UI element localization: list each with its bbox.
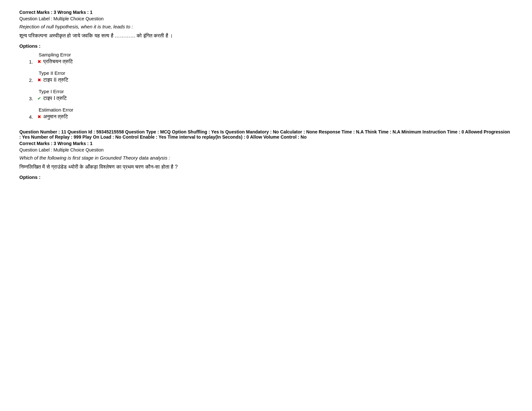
option-2-group: Type II Error 2. ✖ टाइप II त्रुटि [19, 70, 513, 83]
q10-options-label: Options : [19, 43, 513, 49]
option-4-icon-cross: ✖ [37, 114, 41, 119]
option-3-group: Type I Error 3. ✔ टाइप I त्रुटि [19, 89, 513, 101]
q11-options-label: Options : [19, 174, 513, 180]
option-4-group: Estimation Error 4. ✖ अनुमान त्रुटि [19, 107, 513, 120]
q11-text-en: Which of the following is first stage in… [19, 155, 513, 161]
option-3-icon-check: ✔ [37, 96, 41, 101]
option-2-num: 2. [29, 77, 35, 83]
question-11-block: Question Number : 11 Question Id : 59345… [19, 129, 513, 180]
q11-correct-wrong: Correct Marks : 3 Wrong Marks : 1 [19, 141, 513, 146]
q10-meta: Correct Marks : 3 Wrong Marks : 1 [19, 10, 513, 15]
option-3-text-hi: टाइप I त्रुटि [43, 95, 67, 101]
option-3-num: 3. [29, 96, 35, 101]
q11-meta: Question Number : 11 Question Id : 59345… [19, 129, 513, 140]
option-1-icon-cross: ✖ [37, 59, 41, 64]
option-2-text-hi: टाइप II त्रुटि [43, 77, 68, 83]
q10-label: Question Label : Multiple Choice Questio… [19, 16, 513, 21]
option-3-row: 3. ✔ टाइप I त्रुटि [29, 95, 513, 101]
option-1-num: 1. [29, 59, 35, 64]
option-1-text-hi: प्रतिचयन त्रुटि [43, 59, 73, 64]
option-4-num: 4. [29, 114, 35, 120]
option-2-row: 2. ✖ टाइप II त्रुटि [29, 77, 513, 83]
option-2-icon-cross: ✖ [37, 77, 41, 83]
option-1-row: 1. ✖ प्रतिचयन त्रुटि [29, 59, 513, 64]
option-2-en: Type II Error [39, 70, 513, 76]
q11-text-hi: निम्नलिखित में से ग्राउंडेड थ्योरी के आँ… [19, 162, 513, 171]
option-4-en: Estimation Error [39, 107, 513, 113]
q10-text-hi: शून्य परिकल्पना अस्वीकृत हो जाये जवकि यह… [19, 31, 513, 40]
option-4-text-hi: अनुमान त्रुटि [43, 114, 68, 120]
option-1-group: Sampling Error 1. ✖ प्रतिचयन त्रुटि [19, 52, 513, 64]
option-3-en: Type I Error [39, 89, 513, 94]
q11-label: Question Label : Multiple Choice Questio… [19, 147, 513, 152]
question-10-block: Correct Marks : 3 Wrong Marks : 1 Questi… [19, 10, 513, 120]
option-4-row: 4. ✖ अनुमान त्रुटि [29, 114, 513, 120]
q10-text-en: Rejection of null hypothesis, when it is… [19, 24, 513, 29]
option-1-en: Sampling Error [39, 52, 513, 57]
